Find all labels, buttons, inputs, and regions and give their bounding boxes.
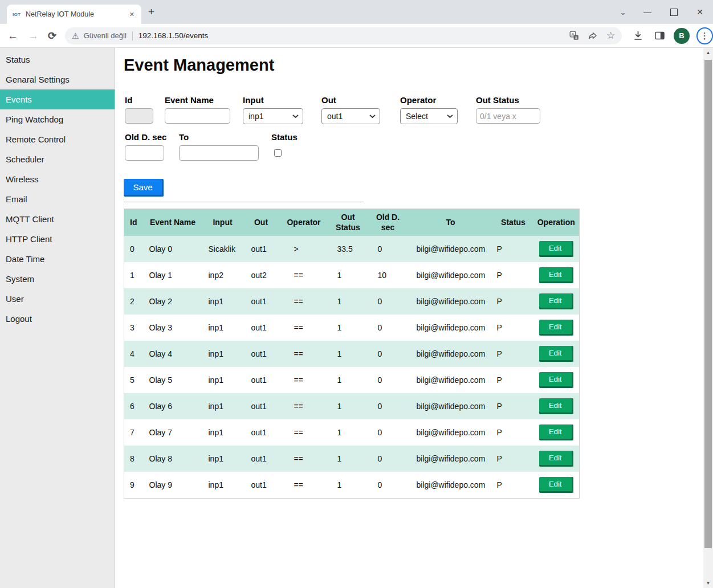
cell-to: bilgi@wifidepo.com bbox=[408, 341, 494, 367]
save-button[interactable]: Save bbox=[124, 179, 164, 197]
col-header-event-name: Event Name bbox=[143, 209, 203, 236]
col-header-to: To bbox=[408, 209, 494, 236]
edit-button[interactable]: Edit bbox=[539, 241, 573, 257]
cell-operation: Edit bbox=[533, 393, 580, 419]
back-icon[interactable]: ← bbox=[7, 30, 18, 41]
sidebar-item[interactable]: Logout bbox=[0, 309, 115, 329]
cell-status: P bbox=[494, 446, 533, 472]
sidebar-item[interactable]: Ping Watchdog bbox=[0, 109, 115, 129]
address-bar[interactable]: ⚠ Güvenli değil 192.168.1.50/events Aa ☆ bbox=[65, 27, 622, 44]
edit-button[interactable]: Edit bbox=[539, 424, 573, 440]
event-name-field[interactable] bbox=[165, 108, 230, 124]
cell-input: inp1 bbox=[203, 288, 243, 315]
cell-event-name: Olay 4 bbox=[143, 341, 203, 367]
not-secure-icon[interactable]: ⚠ bbox=[72, 31, 79, 40]
col-header-id: Id bbox=[124, 209, 143, 236]
sidebar-item-label: MQTT Client bbox=[6, 214, 54, 224]
bookmark-star-icon[interactable]: ☆ bbox=[606, 30, 615, 42]
tab-strip: IOT NetRelay IOT Module ✕ + ⌄ — ✕ bbox=[0, 0, 713, 24]
input-select[interactable]: inp1 bbox=[243, 108, 303, 124]
cell-input: inp1 bbox=[203, 419, 243, 446]
table-row: 2 Olay 2 inp1 out1 == 1 0 bilgi@wifidepo… bbox=[124, 288, 580, 315]
cell-status: P bbox=[494, 419, 533, 446]
old-delay-field[interactable] bbox=[125, 145, 164, 161]
browser-window: IOT NetRelay IOT Module ✕ + ⌄ — ✕ ← → ⟳ … bbox=[0, 0, 713, 588]
cell-operation: Edit bbox=[533, 472, 580, 499]
cell-old-d-sec: 0 bbox=[368, 236, 408, 262]
status-checkbox[interactable] bbox=[274, 149, 282, 157]
edit-button[interactable]: Edit bbox=[539, 320, 573, 336]
cell-id: 3 bbox=[124, 315, 143, 341]
sidebar-item[interactable]: MQTT Client bbox=[0, 209, 115, 229]
cell-old-d-sec: 0 bbox=[368, 472, 408, 499]
new-tab-button[interactable]: + bbox=[148, 6, 154, 18]
cell-operator: == bbox=[280, 288, 328, 315]
profile-avatar[interactable]: B bbox=[674, 28, 689, 44]
sidebar-item[interactable]: Scheduler bbox=[0, 149, 115, 169]
cell-operation: Edit bbox=[533, 419, 580, 446]
edit-button[interactable]: Edit bbox=[539, 267, 573, 283]
edit-button[interactable]: Edit bbox=[539, 372, 573, 388]
edit-button[interactable]: Edit bbox=[539, 398, 573, 414]
reload-icon[interactable]: ⟳ bbox=[48, 31, 56, 41]
sidebar-item[interactable]: Remote Control bbox=[0, 129, 115, 149]
operator-select-value: Select bbox=[406, 112, 428, 121]
browser-tab[interactable]: IOT NetRelay IOT Module ✕ bbox=[7, 5, 141, 24]
sidebar-item[interactable]: System bbox=[0, 269, 115, 289]
translate-icon[interactable]: Aa bbox=[569, 31, 579, 40]
cell-old-d-sec: 0 bbox=[368, 341, 408, 367]
sidebar-item[interactable]: HTTP Client bbox=[0, 229, 115, 249]
browser-menu-icon[interactable]: ⋮ bbox=[696, 27, 713, 44]
sidebar-item-label: Events bbox=[6, 95, 32, 104]
sidebar-item[interactable]: User bbox=[0, 289, 115, 309]
sidebar-item[interactable]: Email bbox=[0, 189, 115, 209]
cell-out-status: 1 bbox=[328, 315, 368, 341]
out-select[interactable]: out1 bbox=[321, 108, 380, 124]
sidebar-item[interactable]: Status bbox=[0, 50, 115, 70]
forward-icon: → bbox=[28, 30, 39, 41]
cell-status: P bbox=[494, 393, 533, 419]
operator-select[interactable]: Select bbox=[400, 108, 458, 124]
vertical-scrollbar[interactable]: ▲ ▼ bbox=[703, 48, 713, 588]
sidebar-item-label: Logout bbox=[6, 314, 32, 324]
to-field[interactable] bbox=[179, 145, 259, 161]
tab-title: NetRelay IOT Module bbox=[26, 10, 127, 18]
cell-out-status: 1 bbox=[328, 288, 368, 315]
cell-input: inp1 bbox=[203, 315, 243, 341]
chevron-down-icon bbox=[292, 115, 299, 119]
cell-input: inp1 bbox=[203, 472, 243, 499]
edit-button[interactable]: Edit bbox=[539, 477, 573, 493]
download-icon[interactable] bbox=[633, 30, 643, 41]
cell-status: P bbox=[494, 315, 533, 341]
cell-operator: == bbox=[280, 419, 328, 446]
sidebar-item[interactable]: Genaral Settings bbox=[0, 70, 115, 89]
side-panel-icon[interactable] bbox=[654, 30, 665, 41]
edit-button[interactable]: Edit bbox=[539, 293, 573, 309]
sidebar-item[interactable]: Events bbox=[0, 89, 115, 109]
cell-to: bilgi@wifidepo.com bbox=[408, 393, 494, 419]
share-icon[interactable] bbox=[588, 31, 598, 40]
maximize-button[interactable] bbox=[661, 0, 687, 24]
scroll-up-icon[interactable]: ▲ bbox=[703, 48, 713, 58]
close-button[interactable]: ✕ bbox=[687, 0, 713, 24]
table-row: 9 Olay 9 inp1 out1 == 1 0 bilgi@wifidepo… bbox=[124, 472, 580, 499]
table-row: 5 Olay 5 inp1 out1 == 1 0 bilgi@wifidepo… bbox=[124, 367, 580, 393]
cell-to: bilgi@wifidepo.com bbox=[408, 367, 494, 393]
cell-out: out1 bbox=[243, 288, 280, 315]
scroll-down-icon[interactable]: ▼ bbox=[703, 578, 713, 588]
tab-search-icon[interactable]: ⌄ bbox=[612, 0, 634, 24]
minimize-button[interactable]: — bbox=[634, 0, 661, 24]
edit-button[interactable]: Edit bbox=[539, 346, 573, 362]
cell-out: out1 bbox=[243, 341, 280, 367]
tab-close-icon[interactable]: ✕ bbox=[127, 10, 137, 19]
out-status-field[interactable] bbox=[476, 108, 540, 124]
event-form-row-1: Id Event Name Input inp1 Out bbox=[124, 95, 713, 124]
sidebar-item[interactable]: Date Time bbox=[0, 249, 115, 269]
cell-event-name: Olay 5 bbox=[143, 367, 203, 393]
sidebar-item[interactable]: Wireless bbox=[0, 169, 115, 189]
cell-out-status: 1 bbox=[328, 367, 368, 393]
edit-button[interactable]: Edit bbox=[539, 451, 573, 467]
cell-old-d-sec: 0 bbox=[368, 446, 408, 472]
url-text[interactable]: 192.168.1.50/events bbox=[138, 31, 561, 40]
scrollbar-thumb[interactable] bbox=[704, 60, 712, 548]
